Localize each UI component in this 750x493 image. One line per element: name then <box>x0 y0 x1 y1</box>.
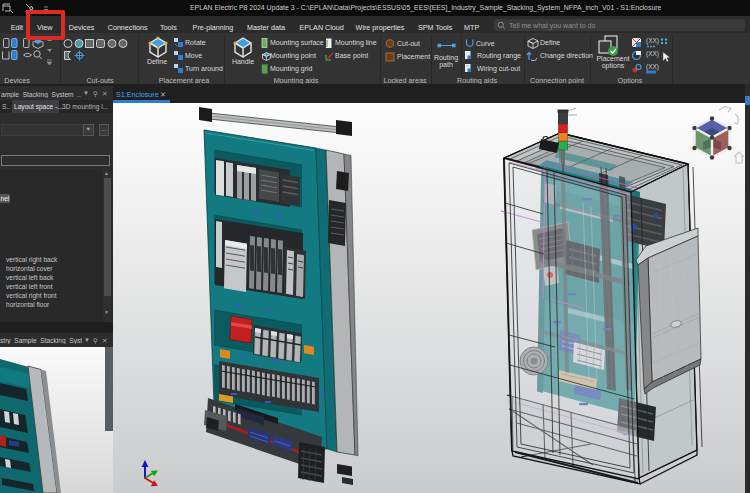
svg-text:(XX): (XX) <box>646 50 659 58</box>
svg-text:(XX): (XX) <box>646 37 659 45</box>
svg-text:(XX): (XX) <box>646 63 659 71</box>
